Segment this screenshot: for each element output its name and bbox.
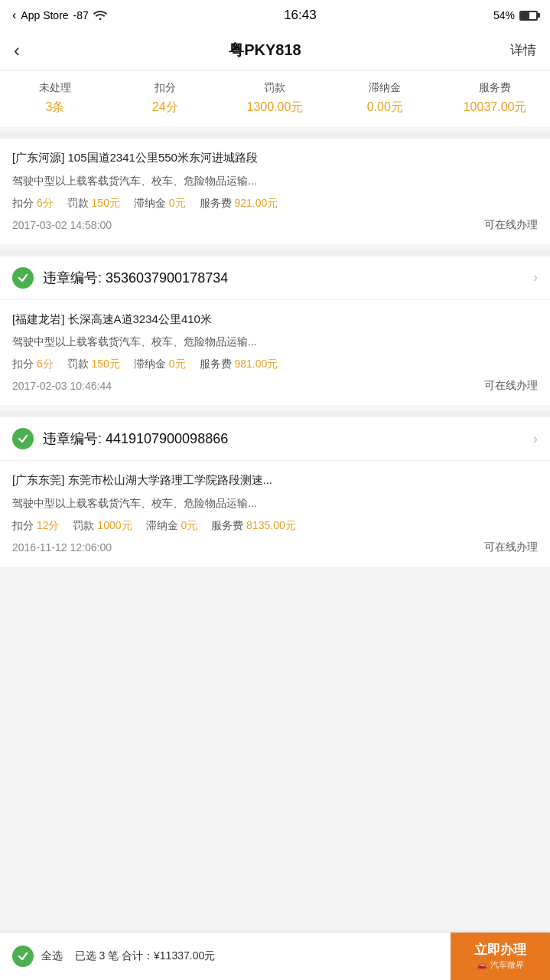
fine-points-2: 扣分 6分 [12,358,54,371]
violation-location-1: [广东河源] 105国道2341公里550米东河进城路段 [12,149,538,167]
stat-latefee: 滞纳金 0.00元 [330,81,440,116]
stat-fine-label: 罚款 [220,81,330,95]
chevron-right-icon-2: › [533,270,538,286]
stat-points-value: 24分 [110,100,220,116]
action-sub: 🚗 汽车微界 [477,959,523,971]
battery-percentage: 54% [493,9,515,21]
violation-status-1: 可在线办理 [484,218,538,232]
violation-location-3: [广东东莞] 东莞市松山湖大学路理工学院路段测速... [12,472,538,489]
bottom-left: 全选 已选 3 笔 合计：已选 3 笔 合计：¥11337.00元¥11337.… [0,933,451,980]
fine-latefee-1: 滞纳金 0元 [134,197,186,211]
violation-detail-2: [福建龙岩] 长深高速A道3234公里410米 驾驶中型以上载客载货汽车、校车、… [0,300,550,406]
violation-status-3: 可在线办理 [484,541,538,554]
action-label: 立即办理 [474,941,526,959]
fine-points-3: 扣分 12分 [12,519,59,533]
violation-meta-2: 2017-02-03 10:46:44 可在线办理 [12,379,538,393]
violation-number-3: 违章编号: 4419107900098866 [43,430,533,448]
violation-number-2: 违章编号: 3536037900178734 [43,269,533,287]
violation-fine-row-1: 扣分 6分 罚款 150元 滞纳金 0元 服务费 921.00元 [12,197,538,211]
violation-location-2: [福建龙岩] 长深高速A道3234公里410米 [12,311,538,328]
signal-strength: -87 [73,9,89,21]
fine-amount-2: 罚款 150元 [67,358,120,371]
violation-record-3: 违章编号: 4419107900098866 › [广东东莞] 东莞市松山湖大学… [0,417,550,567]
violation-fine-row-3: 扣分 12分 罚款 1000元 滞纳金 0元 服务费 8135.00元 [12,519,538,533]
stat-servicefee-value: 10037.00元 [440,100,550,116]
violation-desc-3: 驾驶中型以上载客载货汽车、校车、危险物品运输... [12,495,538,511]
fine-latefee-3: 滞纳金 0元 [146,519,198,533]
bottom-summary: 全选 已选 3 笔 合计：已选 3 笔 合计：¥11337.00元¥11337.… [41,949,215,963]
separator-3 [0,411,550,417]
fine-latefee-2: 滞纳金 0元 [134,358,186,371]
violation-desc-2: 驾驶中型以上载客载货汽车、校车、危险物品运输... [12,334,538,350]
back-arrow-icon: ‹ [12,8,16,22]
stat-latefee-value: 0.00元 [330,100,440,116]
check-icon-3 [12,428,34,449]
status-bar: ‹ App Store -87 16:43 54% [0,0,550,31]
status-left: ‹ App Store -87 [12,8,107,22]
back-button[interactable]: ‹ [14,41,20,60]
select-all-label: 全选 [41,949,63,962]
violation-fine-row-2: 扣分 6分 罚款 150元 滞纳金 0元 服务费 981.00元 [12,358,538,371]
page-title: 粤PKY818 [229,40,301,60]
stat-servicefee-label: 服务费 [440,81,550,95]
stat-points: 扣分 24分 [110,81,220,116]
violation-desc-1: 驾驶中型以上载客载货汽车、校车、危险物品运输... [12,173,538,189]
violation-time-3: 2016-11-12 12:06:00 [12,541,112,554]
bottom-bar: 全选 已选 3 笔 合计：已选 3 笔 合计：¥11337.00元¥11337.… [0,933,550,980]
stat-unhandled: 未处理 3条 [0,81,110,116]
fine-service-3: 服务费 8135.00元 [211,519,296,533]
violation-time-2: 2017-02-03 10:46:44 [12,380,112,392]
violation-detail-3: [广东东莞] 东莞市松山湖大学路理工学院路段测速... 驾驶中型以上载客载货汽车… [0,461,550,567]
violation-meta-3: 2016-11-12 12:06:00 可在线办理 [12,541,538,554]
stat-unhandled-label: 未处理 [0,81,110,95]
separator-1 [0,132,550,139]
fine-amount-1: 罚款 150元 [67,197,120,211]
fine-points-1: 扣分 6分 [12,197,54,211]
stat-fine: 罚款 1300.00元 [220,81,330,116]
separator-2 [0,250,550,256]
stat-servicefee: 服务费 10037.00元 [440,81,550,116]
check-icon-2 [12,267,34,289]
violation-record-2: 违章编号: 3536037900178734 › [福建龙岩] 长深高速A道32… [0,256,550,406]
violation-record-1: [广东河源] 105国道2341公里550米东河进城路段 驾驶中型以上载客载货汽… [0,139,550,244]
select-all-checkbox[interactable] [12,946,34,967]
violation-status-2: 可在线办理 [484,379,538,393]
action-button[interactable]: 立即办理 🚗 汽车微界 [451,933,550,980]
status-right: 54% [493,9,538,21]
violation-header-2[interactable]: 违章编号: 3536037900178734 › [0,256,550,300]
stat-latefee-label: 滞纳金 [330,81,440,95]
summary-text: 已选 3 笔 合计：已选 3 笔 合计：¥11337.00元¥11337.00元 [75,949,216,962]
nav-bar: ‹ 粤PKY818 详情 [0,31,550,70]
detail-button[interactable]: 详情 [510,41,536,59]
fine-service-2: 服务费 981.00元 [200,358,278,371]
fine-amount-3: 罚款 1000元 [73,519,132,533]
violation-time-1: 2017-03-02 14:58:00 [12,219,112,231]
status-time: 16:43 [284,8,317,23]
stat-fine-value: 1300.00元 [220,100,330,116]
stat-unhandled-value: 3条 [0,100,110,116]
stat-points-label: 扣分 [110,81,220,95]
wifi-icon [93,9,107,22]
violation-meta-1: 2017-03-02 14:58:00 可在线办理 [12,218,538,232]
chevron-right-icon-3: › [533,431,538,447]
battery-icon [519,11,538,21]
violation-header-3[interactable]: 违章编号: 4419107900098866 › [0,417,550,461]
violation-detail-1: [广东河源] 105国道2341公里550米东河进城路段 驾驶中型以上载客载货汽… [0,139,550,244]
stats-bar: 未处理 3条 扣分 24分 罚款 1300.00元 滞纳金 0.00元 服务费 … [0,70,550,126]
app-store-label: App Store [21,9,68,21]
fine-service-1: 服务费 921.00元 [200,197,278,211]
